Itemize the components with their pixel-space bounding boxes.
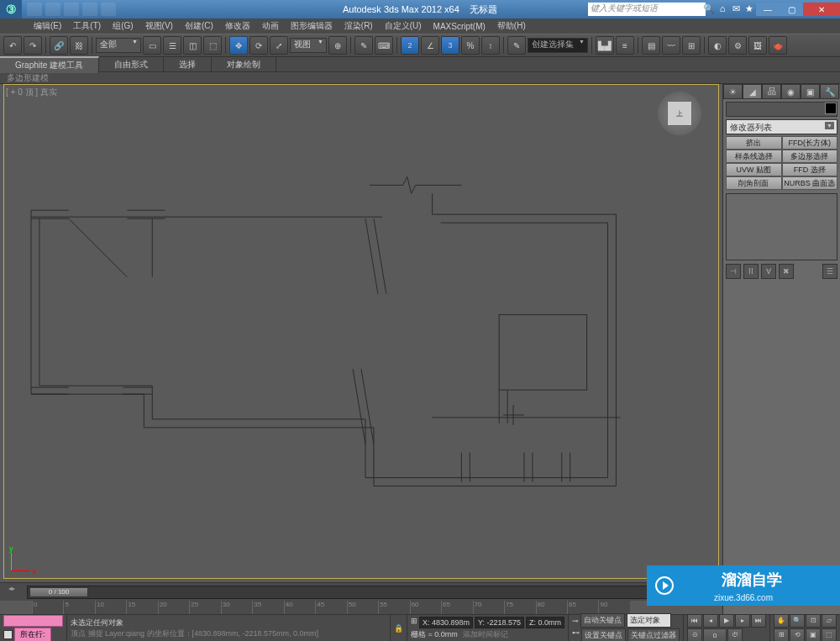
time-ruler[interactable]: 0 5 10 15 20 25 30 35 40 45 50 55 60 65 … bbox=[32, 601, 630, 614]
keyfilters-button[interactable]: 关键点过滤器 bbox=[627, 628, 680, 641]
mod-extrude-button[interactable]: 挤出 bbox=[726, 136, 782, 150]
x-coord-field[interactable]: X: 4830.898m bbox=[419, 617, 473, 628]
menu-views[interactable]: 视图(V) bbox=[145, 20, 173, 32]
render-frame-icon[interactable]: 🖼 bbox=[748, 36, 767, 55]
set-key-icon[interactable]: ⊷ bbox=[572, 628, 580, 641]
abs-rel-icon[interactable]: ⊞ bbox=[411, 617, 417, 628]
zoom-all-icon[interactable]: ⊞ bbox=[774, 628, 789, 641]
menu-create[interactable]: 创建(C) bbox=[185, 20, 213, 32]
goto-end-icon[interactable]: ⏭ bbox=[751, 614, 766, 628]
tab-display-icon[interactable]: ▣ bbox=[801, 84, 820, 99]
edit-selection-icon[interactable]: ✎ bbox=[507, 36, 526, 55]
mod-spline-select-button[interactable]: 样条线选择 bbox=[726, 150, 782, 163]
menu-tools[interactable]: 工具(T) bbox=[73, 20, 101, 32]
menu-grapheditors[interactable]: 图形编辑器 bbox=[291, 20, 333, 32]
qat-save-icon[interactable] bbox=[64, 3, 79, 16]
mod-bevel-profile-button[interactable]: 削角剖面 bbox=[726, 176, 782, 190]
select-object-icon[interactable]: ▭ bbox=[143, 36, 161, 55]
select-by-name-icon[interactable]: ☰ bbox=[163, 36, 181, 55]
time-config-icon[interactable]: ⏱ bbox=[727, 628, 743, 641]
qat-new-icon[interactable] bbox=[27, 3, 42, 16]
fov-icon[interactable]: ▱ bbox=[822, 614, 837, 628]
lock-selection-icon[interactable]: 🔒 bbox=[394, 624, 403, 633]
favorite-icon[interactable]: ★ bbox=[743, 3, 755, 15]
unlink-icon[interactable]: ⛓ bbox=[70, 36, 88, 55]
maxscript-listener-button[interactable] bbox=[3, 615, 63, 627]
select-move-icon[interactable]: ✥ bbox=[229, 36, 248, 55]
track-bar-toggle[interactable]: ◂▸ bbox=[0, 585, 24, 600]
time-slider-handle[interactable]: 0 / 100 bbox=[29, 587, 88, 597]
tab-motion-icon[interactable]: ◉ bbox=[781, 84, 801, 99]
window-crossing-icon[interactable]: ⬚ bbox=[203, 36, 222, 55]
subscription-icon[interactable]: ⌂ bbox=[717, 3, 728, 15]
prev-frame-icon[interactable]: ◂ bbox=[703, 614, 718, 628]
schematic-icon[interactable]: ⊞ bbox=[682, 36, 701, 55]
object-color-swatch[interactable] bbox=[825, 102, 837, 114]
object-name-field[interactable] bbox=[726, 102, 837, 117]
mod-nurbs-select-button[interactable]: NURBS 曲面选择 bbox=[782, 176, 838, 190]
layer-checkbox[interactable] bbox=[3, 630, 13, 639]
menu-maxscript[interactable]: MAXScript(M) bbox=[433, 22, 486, 31]
max-viewport-icon[interactable]: ▣ bbox=[806, 628, 821, 641]
orbit-icon[interactable]: ⟲ bbox=[790, 628, 805, 641]
time-tag-button[interactable]: 添加时间标记 bbox=[463, 629, 508, 640]
select-manipulate-icon[interactable]: ✎ bbox=[354, 36, 373, 55]
exchange-icon[interactable]: ✉ bbox=[730, 3, 742, 15]
app-logo[interactable]: ③ bbox=[0, 0, 22, 18]
select-rotate-icon[interactable]: ⟳ bbox=[249, 36, 268, 55]
ribbon-tab-selection[interactable]: 选择 bbox=[164, 57, 212, 72]
redo-icon[interactable]: ↷ bbox=[24, 36, 42, 55]
keyfilter-dropdown[interactable]: 选定对象 bbox=[627, 613, 671, 628]
zoom-region-icon[interactable]: ⬚ bbox=[822, 628, 837, 641]
time-slider[interactable]: 0 / 100 bbox=[27, 586, 719, 599]
snap-2d-icon[interactable]: 2 bbox=[401, 36, 419, 55]
mirror-icon[interactable]: ▙▟ bbox=[596, 36, 614, 55]
close-button[interactable]: ✕ bbox=[803, 3, 840, 16]
snap-3d-icon[interactable]: 3 bbox=[441, 36, 459, 55]
material-editor-icon[interactable]: ◐ bbox=[708, 36, 727, 55]
configure-sets-icon[interactable]: ☰ bbox=[822, 264, 837, 279]
pin-stack-icon[interactable]: ⊣ bbox=[726, 264, 741, 279]
help-search-input[interactable]: 键入关键字或短语 bbox=[588, 3, 706, 16]
y-coord-field[interactable]: Y: -2218.575 bbox=[475, 617, 524, 628]
qat-undo-icon[interactable] bbox=[82, 3, 97, 16]
key-mode-icon[interactable]: ⊸ bbox=[572, 617, 579, 625]
link-icon[interactable]: 🔗 bbox=[50, 36, 68, 55]
modifier-stack[interactable] bbox=[726, 193, 837, 260]
key-mode-toggle-icon[interactable]: ⊙ bbox=[687, 628, 702, 641]
search-icon[interactable]: 🔍 bbox=[703, 3, 715, 15]
angle-snap-icon[interactable]: ∠ bbox=[421, 36, 439, 55]
tab-hierarchy-icon[interactable]: 品 bbox=[762, 84, 781, 99]
render-icon[interactable]: 🫖 bbox=[769, 36, 787, 55]
z-coord-field[interactable]: Z: 0.0mm bbox=[526, 617, 564, 628]
mod-poly-select-button[interactable]: 多边形选择 bbox=[782, 150, 838, 163]
menu-animation[interactable]: 动画 bbox=[262, 20, 279, 32]
layer-dropdown[interactable]: 所在行: bbox=[14, 628, 51, 642]
ribbon-tab-graphite[interactable]: Graphite 建模工具 bbox=[0, 56, 99, 73]
zoom-icon[interactable]: 🔍 bbox=[790, 614, 805, 628]
menu-help[interactable]: 帮助(H) bbox=[497, 20, 526, 32]
menu-edit[interactable]: 编辑(E) bbox=[34, 20, 61, 32]
mod-ffd-select-button[interactable]: FFD 选择 bbox=[782, 163, 838, 176]
render-setup-icon[interactable]: ⚙ bbox=[728, 36, 747, 55]
tab-create-icon[interactable]: ☀ bbox=[723, 84, 743, 99]
ref-coord-dropdown[interactable]: 视图 bbox=[290, 38, 327, 53]
select-scale-icon[interactable]: ⤢ bbox=[270, 36, 288, 55]
qat-redo-icon[interactable] bbox=[101, 3, 116, 16]
select-region-icon[interactable]: ◫ bbox=[183, 36, 202, 55]
undo-icon[interactable]: ↶ bbox=[3, 36, 22, 55]
ribbon-tab-objectpaint[interactable]: 对象绘制 bbox=[212, 57, 276, 72]
use-pivot-icon[interactable]: ⊕ bbox=[328, 36, 347, 55]
next-frame-icon[interactable]: ▸ bbox=[735, 614, 750, 628]
tab-modify-icon[interactable]: ◢ bbox=[743, 84, 762, 99]
menu-customize[interactable]: 自定义(U) bbox=[385, 20, 422, 32]
menu-modifiers[interactable]: 修改器 bbox=[225, 20, 250, 32]
curve-editor-icon[interactable]: 〰 bbox=[662, 36, 680, 55]
remove-modifier-icon[interactable]: ✖ bbox=[779, 264, 794, 279]
zoom-extents-icon[interactable]: ⊡ bbox=[806, 614, 821, 628]
modifier-list-dropdown[interactable]: 修改器列表 bbox=[726, 119, 837, 134]
maximize-button[interactable]: ▢ bbox=[780, 3, 803, 16]
mod-ffd-box-button[interactable]: FFD(长方体) bbox=[782, 136, 838, 150]
mod-uvw-map-button[interactable]: UVW 贴图 bbox=[726, 163, 782, 176]
play-icon[interactable]: ▶ bbox=[719, 614, 734, 628]
